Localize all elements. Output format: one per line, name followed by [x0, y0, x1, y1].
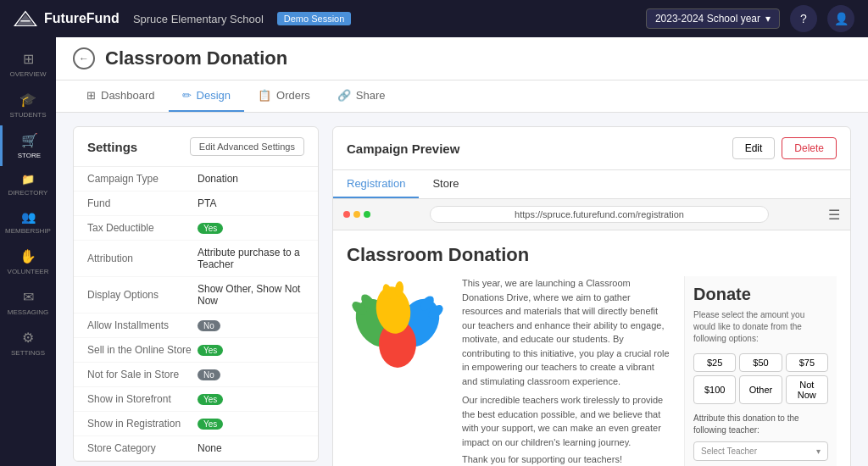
edit-advanced-button[interactable]: Edit Advanced Settings	[190, 137, 304, 156]
back-button[interactable]: ←	[73, 47, 95, 69]
allow-installments-label: Allow Installments	[87, 319, 198, 331]
yes-badge-registration: Yes	[198, 419, 223, 430]
campaign-image	[347, 276, 448, 369]
settings-row-storefront: Show in Storefront Yes	[74, 387, 318, 412]
dashboard-tab-label: Dashboard	[101, 89, 155, 102]
browser-dots	[343, 211, 370, 218]
tab-dashboard[interactable]: ⊞ Dashboard	[73, 80, 169, 112]
campaign-body: This year, we are launching a Classroom …	[347, 276, 837, 466]
preview-panel: Campaign Preview Edit Delete Registratio…	[332, 126, 851, 466]
design-tab-icon: ✏	[182, 89, 192, 102]
tab-share[interactable]: 🔗 Share	[324, 80, 399, 112]
share-tab-label: Share	[356, 89, 386, 102]
sidebar-item-volunteer[interactable]: ✋ VOLUNTEER	[0, 241, 56, 282]
amount-buttons-row1: $25 $50 $75	[693, 353, 828, 372]
logo-text: FutureFund	[44, 11, 120, 26]
dot-red	[343, 211, 350, 218]
preview-tabs: Registration Store	[333, 170, 850, 199]
store-category-label: Store Category	[87, 442, 198, 454]
orders-tab-label: Orders	[276, 89, 310, 102]
tax-deductible-value: Yes	[198, 222, 304, 234]
attribution-value: Attribute purchase to a Teacher	[198, 247, 304, 270]
students-icon: 🎓	[19, 92, 36, 108]
sidebar-label-store: STORE	[18, 152, 41, 159]
sidebar-item-students[interactable]: 🎓 STUDENTS	[0, 85, 56, 125]
store-category-value: None	[198, 442, 304, 454]
settings-row-attribution: Attribution Attribute purchase to a Teac…	[74, 241, 318, 277]
orders-tab-icon: 📋	[258, 89, 271, 102]
display-options-value: Show Other, Show Not Now	[198, 283, 304, 307]
tab-design[interactable]: ✏ Design	[169, 80, 244, 112]
campaign-thanks: Thank you for supporting our teachers!	[462, 454, 670, 464]
amount-75[interactable]: $75	[786, 353, 828, 372]
store-icon: 🛒	[21, 132, 38, 148]
dashboard-tab-icon: ⊞	[86, 89, 96, 102]
user-menu-button[interactable]: 👤	[827, 5, 854, 32]
settings-row-registration: Show in Registration Yes	[74, 412, 318, 436]
show-registration-label: Show in Registration	[87, 418, 198, 430]
sidebar: ⊞ OVERVIEW 🎓 STUDENTS 🛒 STORE 📁 DIRECTOR…	[0, 37, 56, 466]
preview-card: Campaign Preview Edit Delete Registratio…	[332, 126, 851, 466]
settings-row-tax: Tax Deductible Yes	[74, 216, 318, 241]
donate-panel: Donate Please select the amount you woul…	[684, 276, 837, 466]
top-navigation: FutureFund Spruce Elementary School Demo…	[0, 0, 868, 37]
sidebar-label-settings: SETTINGS	[11, 349, 45, 357]
sidebar-item-membership[interactable]: 👥 MEMBERSHIP	[0, 203, 56, 241]
sidebar-item-messaging[interactable]: ✉ MESSAGING	[0, 282, 56, 323]
sidebar-label-membership: MEMBERSHIP	[5, 227, 51, 235]
sidebar-item-overview[interactable]: ⊞ OVERVIEW	[0, 44, 56, 85]
settings-panel: Settings Edit Advanced Settings Campaign…	[73, 126, 319, 466]
not-for-sale-label: Not for Sale in Store	[87, 369, 198, 380]
settings-row-category: Store Category None	[74, 436, 318, 461]
two-column-layout: Settings Edit Advanced Settings Campaign…	[56, 113, 868, 466]
tab-orders[interactable]: 📋 Orders	[244, 80, 324, 112]
dot-green	[364, 211, 370, 218]
amount-not-now[interactable]: Not Now	[786, 375, 828, 404]
no-badge-sale: No	[198, 369, 220, 380]
settings-table: Campaign Type Donation Fund PTA Tax Dedu…	[74, 167, 318, 461]
settings-row-installments: Allow Installments No	[74, 313, 318, 338]
campaign-preview-title: Classroom Donation	[347, 244, 837, 266]
edit-button[interactable]: Edit	[732, 137, 776, 159]
yes-badge-sell: Yes	[198, 345, 223, 356]
campaign-type-label: Campaign Type	[87, 173, 198, 185]
preview-title: Campaign Preview	[347, 141, 459, 156]
sidebar-label-messaging: MESSAGING	[8, 308, 48, 316]
donate-title: Donate	[693, 285, 828, 304]
amount-other[interactable]: Other	[739, 375, 782, 404]
help-button[interactable]: ?	[790, 5, 817, 32]
design-tab-label: Design	[197, 89, 231, 102]
sidebar-item-store[interactable]: 🛒 STORE	[0, 125, 56, 166]
main-layout: ⊞ OVERVIEW 🎓 STUDENTS 🛒 STORE 📁 DIRECTOR…	[0, 37, 868, 466]
teacher-select-placeholder: Select Teacher	[701, 447, 757, 456]
chevron-icon: ▾	[765, 13, 771, 25]
browser-menu-icon[interactable]: ☰	[828, 207, 840, 223]
campaign-description-1: This year, we are launching a Classroom …	[462, 276, 670, 388]
fund-value: PTA	[198, 197, 304, 209]
delete-button[interactable]: Delete	[782, 137, 837, 159]
preview-tab-registration[interactable]: Registration	[333, 170, 419, 198]
sidebar-label-students: STUDENTS	[9, 111, 46, 119]
amount-25[interactable]: $25	[693, 353, 736, 372]
amount-100[interactable]: $100	[693, 375, 736, 404]
logo-icon	[14, 10, 37, 27]
fund-label: Fund	[87, 197, 198, 209]
settings-row-not-for-sale: Not for Sale in Store No	[74, 363, 318, 387]
browser-bar: https://spruce.futurefund.com/registrati…	[333, 199, 850, 230]
dot-yellow	[353, 211, 360, 218]
not-for-sale-value: No	[198, 369, 304, 380]
settings-row-display: Display Options Show Other, Show Not Now	[74, 277, 318, 313]
sidebar-label-volunteer: VOLUNTEER	[8, 268, 49, 275]
sidebar-item-settings[interactable]: ⚙ SETTINGS	[0, 323, 56, 363]
settings-title: Settings	[87, 140, 137, 154]
preview-tab-store[interactable]: Store	[419, 170, 472, 198]
year-selector[interactable]: 2023-2024 School year ▾	[646, 8, 780, 29]
amount-50[interactable]: $50	[739, 353, 782, 372]
amount-buttons-row2: $100 Other Not Now	[693, 375, 828, 404]
browser-url[interactable]: https://spruce.futurefund.com/registrati…	[430, 206, 769, 223]
teacher-select[interactable]: Select Teacher ▾	[693, 441, 828, 461]
donate-description: Please select the amount you would like …	[693, 309, 828, 345]
sidebar-item-directory[interactable]: 📁 DIRECTORY	[0, 166, 56, 203]
campaign-type-value: Donation	[198, 173, 304, 185]
overview-icon: ⊞	[23, 51, 34, 67]
